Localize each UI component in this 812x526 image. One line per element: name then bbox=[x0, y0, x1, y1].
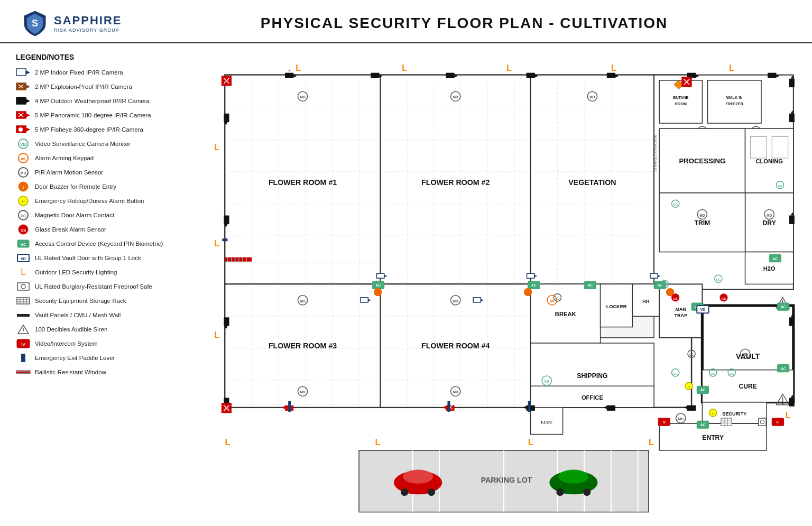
svg-text:L: L bbox=[21, 267, 26, 277]
svg-text:S: S bbox=[32, 18, 38, 29]
svg-text:CC: CC bbox=[555, 297, 559, 300]
svg-text:MAN: MAN bbox=[675, 307, 686, 312]
svg-text:CC: CC bbox=[778, 184, 782, 188]
svg-rect-229 bbox=[607, 405, 615, 411]
svg-text:CLONING: CLONING bbox=[755, 158, 782, 164]
legend-label-magnetic: Magnetic Door Alarm Contact bbox=[35, 212, 114, 218]
svg-text:L: L bbox=[375, 437, 381, 447]
svg-rect-330 bbox=[721, 418, 732, 426]
svg-text:CC: CC bbox=[711, 372, 715, 375]
legend-icon-cam-fisheye bbox=[16, 124, 31, 135]
legend-label-storage-rack: Security Equipment Storage Rack bbox=[35, 298, 126, 304]
legend-item-cam-explosion: 2 MP Explosion-Proof IP/IR Camera bbox=[16, 81, 201, 93]
svg-text:▼: ▼ bbox=[288, 69, 291, 73]
legend-item-glass-break: GB Glass Break Alarm Sensor bbox=[16, 224, 201, 235]
legend-icon-ballistic bbox=[16, 367, 31, 377]
svg-text:L: L bbox=[214, 142, 219, 152]
svg-text:L: L bbox=[528, 437, 533, 447]
logo-area: S SAPPHIRE RISK ADVISORY GROUP bbox=[21, 10, 137, 37]
svg-text:TRIM: TRIM bbox=[695, 219, 710, 227]
legend-item-door-buzzer: ! Door Buzzer for Remote Entry bbox=[16, 181, 201, 192]
legend-icon-led-light: L bbox=[16, 267, 31, 278]
svg-text:L: L bbox=[611, 63, 616, 72]
svg-rect-195 bbox=[446, 73, 454, 78]
svg-rect-328 bbox=[759, 418, 766, 426]
legend-icon-magnetic: CC bbox=[16, 210, 31, 220]
legend-label-vault-door: UL Rated Vault Door with Group 1 Lock bbox=[35, 255, 141, 261]
legend-icon-glass-break: GB bbox=[16, 224, 31, 235]
legend-label-cam-fisheye: 5 MP Fisheye 360-degree IP/IR Camera bbox=[35, 126, 143, 133]
legend-label-ballistic: Ballistic-Resistant Window bbox=[35, 369, 106, 375]
svg-text:IV: IV bbox=[662, 420, 666, 424]
logo-name: SAPPHIRE bbox=[54, 14, 122, 27]
svg-rect-205 bbox=[224, 114, 229, 122]
legend-label-led-light: Outdoor LED Security Lighting bbox=[35, 269, 117, 275]
svg-rect-213 bbox=[789, 114, 795, 122]
legend-item-ballistic: Ballistic-Resistant Window bbox=[16, 366, 201, 378]
svg-rect-48 bbox=[21, 354, 25, 362]
svg-rect-203 bbox=[768, 73, 776, 78]
svg-text:PROCESSING: PROCESSING bbox=[679, 157, 725, 165]
legend-label-glass-break: Glass Break Alarm Sensor bbox=[35, 226, 106, 233]
legend-label-safe: UL Rated Burglary-Resistant Fireproof Sa… bbox=[35, 283, 152, 290]
svg-text:BUTANE: BUTANE bbox=[673, 96, 688, 100]
svg-rect-293 bbox=[447, 401, 450, 412]
svg-text:VAULT: VAULT bbox=[736, 352, 760, 361]
legend-icon-access: AC bbox=[16, 238, 31, 249]
page-header: S SAPPHIRE RISK ADVISORY GROUP PHYSICAL … bbox=[0, 0, 812, 43]
svg-text:FLOWER ROOM #3: FLOWER ROOM #3 bbox=[269, 342, 337, 350]
legend-label-alarm-keypad: Alarm Arming Keypad bbox=[35, 155, 94, 161]
svg-point-180 bbox=[428, 488, 435, 496]
legend-icon-alarm-keypad: AK bbox=[16, 153, 31, 163]
svg-text:SHIPPING: SHIPPING bbox=[577, 372, 607, 380]
svg-marker-8 bbox=[26, 99, 30, 103]
svg-point-183 bbox=[556, 488, 564, 496]
svg-text:CC: CC bbox=[730, 372, 734, 375]
legend-icon-storage-rack bbox=[16, 296, 31, 306]
legend-icon-cam-panoramic bbox=[16, 110, 31, 121]
svg-text:OFFICE: OFFICE bbox=[582, 394, 603, 401]
legend-item-vm: VM Video Surveillance Camera Monitor bbox=[16, 138, 201, 150]
svg-text:!: ! bbox=[23, 185, 24, 190]
legend-label-cam-explosion: 2 MP Explosion-Proof IP/IR Camera bbox=[35, 84, 132, 90]
svg-text:CC: CC bbox=[673, 372, 678, 375]
svg-rect-294 bbox=[528, 401, 531, 412]
svg-point-184 bbox=[583, 488, 590, 496]
legend-item-cam-outdoor: 4 MP Outdoor Weatherproof IP/IR Camera bbox=[16, 95, 201, 107]
legend-item-magnetic: CC Magnetic Door Alarm Contact bbox=[16, 209, 201, 221]
svg-text:VD: VD bbox=[700, 308, 705, 311]
legend-item-vault-door: VD UL Rated Vault Door with Group 1 Lock bbox=[16, 252, 201, 264]
svg-text:GB: GB bbox=[722, 297, 726, 300]
svg-text:DRY: DRY bbox=[763, 219, 776, 227]
logo-subtitle: RISK ADVISORY GROUP bbox=[54, 27, 122, 33]
legend-icon-door-buzzer: ! bbox=[16, 181, 31, 192]
legend-icon-pir: MD bbox=[16, 167, 31, 178]
legend-item-safe: UL Rated Burglary-Resistant Fireproof Sa… bbox=[16, 281, 201, 292]
svg-text:L: L bbox=[506, 63, 512, 72]
svg-text:AC: AC bbox=[376, 284, 381, 288]
legend-icon-cam-indoor bbox=[16, 67, 31, 78]
legend-icon-cam-explosion bbox=[16, 81, 31, 92]
svg-rect-207 bbox=[224, 216, 229, 224]
legend-label-cam-panoramic: 5 MP Panoramic 180-degree IP/IR Camera bbox=[35, 112, 151, 118]
legend-icon-vault-panels bbox=[16, 310, 31, 320]
legend-item-cam-panoramic: 5 MP Panoramic 180-degree IP/IR Camera bbox=[16, 109, 201, 121]
svg-text:L: L bbox=[649, 437, 654, 447]
svg-text:MD: MD bbox=[21, 171, 26, 175]
legend-item-vault-panels: Vault Panels / CMU / Mesh Wall bbox=[16, 309, 201, 321]
svg-rect-7 bbox=[16, 97, 26, 104]
svg-rect-50 bbox=[16, 371, 30, 372]
svg-text:FLOWER ROOM #4: FLOWER ROOM #4 bbox=[421, 342, 490, 350]
svg-text:AC: AC bbox=[781, 367, 786, 371]
svg-point-179 bbox=[401, 488, 408, 496]
svg-text:MD: MD bbox=[300, 299, 305, 303]
svg-point-261 bbox=[374, 289, 381, 296]
svg-point-262 bbox=[524, 289, 532, 296]
svg-text:GB: GB bbox=[21, 228, 26, 232]
svg-text:AC: AC bbox=[700, 388, 706, 392]
legend-panel: LEGEND/NOTES 2 MP Indoor Fixed IP/IR Cam… bbox=[11, 48, 206, 526]
legend-label-vault-panels: Vault Panels / CMU / Mesh Wall bbox=[35, 312, 121, 318]
legend-label-intercom: Video/Intercom System bbox=[35, 340, 98, 347]
svg-text:MD: MD bbox=[453, 390, 458, 394]
svg-rect-1 bbox=[16, 69, 26, 76]
